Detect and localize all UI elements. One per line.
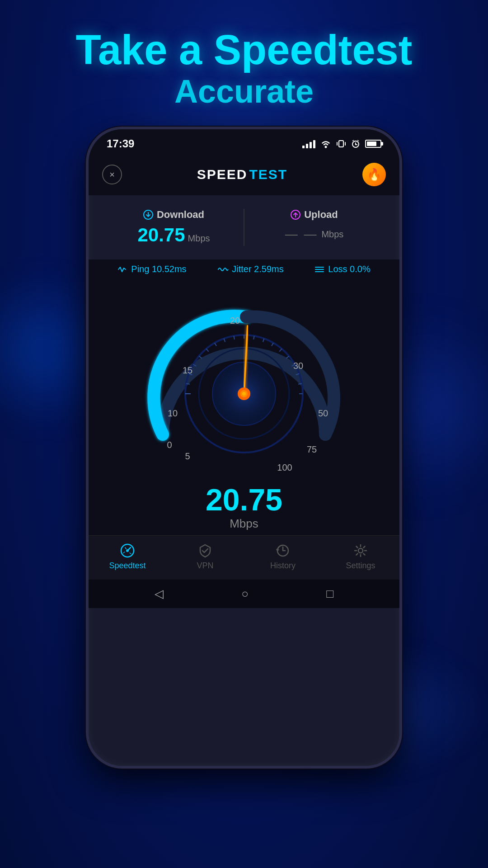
- svg-line-46: [298, 383, 302, 384]
- vpn-nav-label: VPN: [197, 561, 213, 571]
- download-label: Download: [157, 209, 204, 221]
- loss-value: Loss 0.0%: [328, 264, 370, 274]
- settings-nav-icon: [353, 543, 368, 558]
- app-logo: SPEED TEST: [197, 167, 287, 182]
- svg-text:5: 5: [185, 451, 190, 461]
- upload-unit: Mbps: [321, 229, 343, 240]
- ping-icon: [117, 264, 127, 274]
- svg-point-55: [126, 549, 129, 552]
- svg-text:15: 15: [183, 365, 192, 375]
- download-icon: [143, 210, 153, 220]
- download-unit: Mbps: [188, 233, 210, 244]
- svg-text:20: 20: [230, 316, 240, 326]
- current-speed: 20.75: [206, 484, 282, 515]
- svg-text:30: 30: [293, 361, 303, 371]
- nav-settings[interactable]: Settings: [322, 543, 399, 571]
- logo-test-text: TEST: [249, 167, 288, 182]
- svg-rect-1: [339, 141, 343, 147]
- download-stat: Download 20.75 Mbps: [113, 209, 235, 246]
- speed-reading: 20.75 Mbps: [206, 484, 282, 531]
- svg-text:0: 0: [167, 440, 172, 450]
- close-button[interactable]: ×: [102, 165, 122, 184]
- status-icons: [302, 139, 381, 149]
- svg-line-37: [234, 336, 234, 340]
- stats-panel: Download 20.75 Mbps Upload: [99, 200, 389, 255]
- history-nav-label: History: [270, 561, 296, 571]
- history-nav-icon: [275, 543, 291, 558]
- wifi-icon: [320, 139, 332, 148]
- premium-button[interactable]: 🔥: [362, 163, 386, 186]
- status-time: 17:39: [107, 137, 134, 150]
- svg-point-0: [325, 146, 327, 148]
- svg-line-57: [125, 547, 126, 549]
- svg-point-60: [358, 548, 363, 553]
- promo-subtitle: Accurate: [0, 73, 488, 110]
- network-metrics: Ping 10.52ms Jitter 2.59ms Loss 0.0%: [89, 259, 399, 281]
- stats-divider: [244, 209, 244, 246]
- app-header: × SPEED TEST 🔥: [89, 154, 399, 195]
- upload-stat: Upload — — Mbps: [253, 209, 375, 246]
- svg-line-8: [357, 140, 359, 141]
- svg-line-42: [279, 349, 282, 351]
- upload-dash: — —: [285, 227, 318, 241]
- ping-metric: Ping 10.52ms: [117, 264, 186, 274]
- svg-line-43: [286, 356, 289, 358]
- speedtest-nav-icon: [120, 543, 135, 558]
- recents-button[interactable]: □: [326, 587, 333, 601]
- home-button[interactable]: ○: [241, 587, 249, 601]
- nav-speedtest[interactable]: Speedtest: [89, 543, 166, 571]
- speedometer-area: 0 5 10 15 20 30 50 75 100: [89, 281, 399, 535]
- nav-vpn[interactable]: VPN: [166, 543, 244, 571]
- svg-line-39: [253, 336, 254, 340]
- battery-icon: [365, 140, 381, 148]
- settings-nav-label: Settings: [346, 561, 375, 571]
- speedtest-nav-label: Speedtest: [109, 561, 145, 571]
- phone-screen: 17:39: [86, 127, 402, 769]
- alarm-icon: [351, 139, 361, 149]
- svg-line-30: [186, 383, 190, 384]
- promo-title: Take a Speedtest: [0, 27, 488, 73]
- svg-line-33: [199, 356, 202, 358]
- speed-unit: Mbps: [206, 517, 282, 531]
- loss-metric: Loss 0.0%: [314, 264, 370, 274]
- signal-icon: [302, 139, 315, 148]
- ping-value: Ping 10.52ms: [131, 264, 186, 274]
- svg-point-52: [242, 392, 246, 396]
- vpn-nav-icon: [197, 543, 213, 558]
- speedometer: 0 5 10 15 20 30 50 75 100: [136, 290, 352, 480]
- svg-line-58: [130, 553, 131, 554]
- android-nav-bar: ◁ ○ □: [89, 580, 399, 608]
- status-bar: 17:39: [89, 129, 399, 154]
- nav-history[interactable]: History: [244, 543, 322, 571]
- jitter-value: Jitter 2.59ms: [232, 264, 283, 274]
- jitter-metric: Jitter 2.59ms: [217, 264, 283, 274]
- app-promo-header: Take a Speedtest Accurate: [0, 27, 488, 110]
- svg-text:75: 75: [307, 444, 317, 454]
- svg-text:50: 50: [318, 408, 328, 418]
- back-button[interactable]: ◁: [155, 587, 164, 601]
- jitter-icon: [217, 265, 228, 274]
- svg-line-34: [206, 349, 208, 351]
- svg-text:10: 10: [168, 408, 178, 418]
- upload-icon: [291, 210, 300, 220]
- phone-mockup: 17:39: [86, 127, 402, 769]
- svg-line-56: [123, 552, 125, 553]
- fire-icon: 🔥: [367, 168, 381, 182]
- vibrate-icon: [336, 139, 346, 149]
- logo-speed-text: SPEED: [197, 167, 248, 182]
- svg-text:100: 100: [277, 462, 292, 472]
- loss-icon: [314, 265, 324, 274]
- bottom-navigation: Speedtest VPN History: [89, 535, 399, 580]
- svg-line-7: [352, 140, 354, 141]
- download-value: 20.75: [137, 224, 185, 246]
- upload-label: Upload: [304, 209, 338, 221]
